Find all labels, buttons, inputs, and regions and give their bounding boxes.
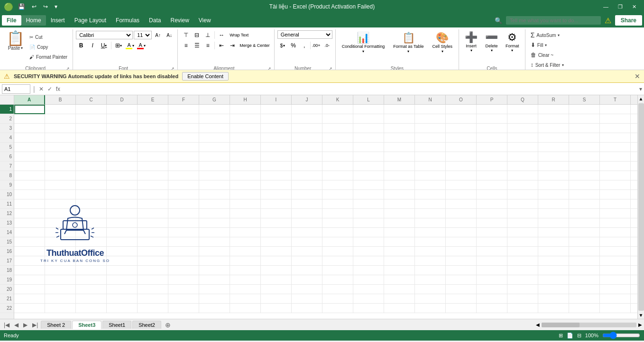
cell-t19[interactable] — [600, 275, 631, 285]
cell-g9[interactable] — [199, 180, 230, 190]
row-num-15[interactable]: 15 — [0, 237, 14, 247]
cell-i6[interactable] — [261, 152, 292, 162]
cell-e5[interactable] — [138, 143, 168, 152]
view-layout-icon[interactable]: 📄 — [567, 333, 573, 339]
cell-c2[interactable] — [76, 114, 107, 124]
cell-l19[interactable] — [353, 275, 384, 285]
cell-m9[interactable] — [384, 180, 415, 190]
cell-m8[interactable] — [384, 171, 415, 180]
cell-p22[interactable] — [477, 304, 507, 313]
cell-q7[interactable] — [507, 162, 538, 171]
row-num-16[interactable]: 16 — [0, 247, 14, 256]
menu-item-page-layout[interactable]: Page Layout — [70, 15, 111, 26]
cell-b4[interactable] — [45, 133, 76, 143]
cell-b8[interactable] — [45, 171, 76, 180]
cell-b14[interactable] — [45, 228, 76, 237]
cell-b21[interactable] — [45, 294, 76, 304]
cell-p7[interactable] — [477, 162, 507, 171]
cell-p2[interactable] — [477, 114, 507, 124]
cell-q16[interactable] — [507, 247, 538, 256]
cell-h19[interactable] — [230, 275, 261, 285]
cell-m14[interactable] — [384, 228, 415, 237]
view-normal-icon[interactable]: ⊞ — [559, 333, 563, 339]
cell-e22[interactable] — [138, 304, 168, 313]
cell-s10[interactable] — [569, 190, 600, 199]
cell-l10[interactable] — [353, 190, 384, 199]
cell-b18[interactable] — [45, 266, 76, 275]
cell-s15[interactable] — [569, 237, 600, 247]
cell-h8[interactable] — [230, 171, 261, 180]
cell-j3[interactable] — [292, 124, 322, 133]
cell-h14[interactable] — [230, 228, 261, 237]
cell-b17[interactable] — [45, 256, 76, 266]
cell-b6[interactable] — [45, 152, 76, 162]
cell-k11[interactable] — [322, 199, 353, 209]
cell-n8[interactable] — [415, 171, 446, 180]
cell-m12[interactable] — [384, 209, 415, 218]
row-num-1[interactable]: 1 — [0, 105, 14, 114]
cell-d5[interactable] — [107, 143, 138, 152]
cell-j9[interactable] — [292, 180, 322, 190]
cell-k5[interactable] — [322, 143, 353, 152]
cell-q8[interactable] — [507, 171, 538, 180]
share-button[interactable]: Share — [615, 15, 642, 26]
cell-r10[interactable] — [538, 190, 569, 199]
cell-a16[interactable] — [14, 247, 45, 256]
cell-f9[interactable] — [168, 180, 199, 190]
cell-c1[interactable] — [76, 105, 107, 114]
cell-e9[interactable] — [138, 180, 168, 190]
cell-g16[interactable] — [199, 247, 230, 256]
cell-k19[interactable] — [322, 275, 353, 285]
cell-q13[interactable] — [507, 218, 538, 228]
align-center-button[interactable]: ☰ — [192, 41, 202, 50]
cell-h4[interactable] — [230, 133, 261, 143]
cell-o8[interactable] — [446, 171, 477, 180]
cell-a9[interactable] — [14, 180, 45, 190]
cell-l3[interactable] — [353, 124, 384, 133]
cell-k7[interactable] — [322, 162, 353, 171]
cell-r22[interactable] — [538, 304, 569, 313]
cell-k1[interactable] — [322, 105, 353, 114]
cell-f17[interactable] — [168, 256, 199, 266]
cell-r13[interactable] — [538, 218, 569, 228]
indent-increase-button[interactable]: ⇥ — [227, 41, 238, 50]
cell-o13[interactable] — [446, 218, 477, 228]
cell-l20[interactable] — [353, 285, 384, 294]
cell-i5[interactable] — [261, 143, 292, 152]
cell-l9[interactable] — [353, 180, 384, 190]
paste-button[interactable]: 📋 Paste▾ — [5, 30, 26, 52]
cell-m7[interactable] — [384, 162, 415, 171]
cell-n1[interactable] — [415, 105, 446, 114]
alignment-expand-icon[interactable]: ↗ — [267, 66, 271, 71]
sheet-nav-next[interactable]: ▶ — [21, 321, 29, 329]
cell-c18[interactable] — [76, 266, 107, 275]
cell-n11[interactable] — [415, 199, 446, 209]
auto-sum-button[interactable]: Σ AutoSum ▾ — [528, 30, 562, 40]
cell-g10[interactable] — [199, 190, 230, 199]
cell-o6[interactable] — [446, 152, 477, 162]
cell-f2[interactable] — [168, 114, 199, 124]
cell-k22[interactable] — [322, 304, 353, 313]
cell-b19[interactable] — [45, 275, 76, 285]
cell-e6[interactable] — [138, 152, 168, 162]
cell-p6[interactable] — [477, 152, 507, 162]
cell-s17[interactable] — [569, 256, 600, 266]
borders-button[interactable]: ⊞▾ — [113, 41, 124, 50]
cell-c21[interactable] — [76, 294, 107, 304]
cell-l5[interactable] — [353, 143, 384, 152]
cell-m19[interactable] — [384, 275, 415, 285]
cell-c8[interactable] — [76, 171, 107, 180]
cell-i16[interactable] — [261, 247, 292, 256]
minimize-button[interactable]: — — [599, 3, 612, 10]
number-format-select[interactable]: General — [277, 30, 332, 39]
cell-g11[interactable] — [199, 199, 230, 209]
format-as-table-button[interactable]: 📋 Format as Table ▾ — [390, 30, 427, 55]
cell-t14[interactable] — [600, 228, 631, 237]
cell-q9[interactable] — [507, 180, 538, 190]
cell-j17[interactable] — [292, 256, 322, 266]
cell-b5[interactable] — [45, 143, 76, 152]
cell-c19[interactable] — [76, 275, 107, 285]
cell-i14[interactable] — [261, 228, 292, 237]
middle-align-button[interactable]: ⊟ — [192, 30, 202, 40]
cell-e14[interactable] — [138, 228, 168, 237]
